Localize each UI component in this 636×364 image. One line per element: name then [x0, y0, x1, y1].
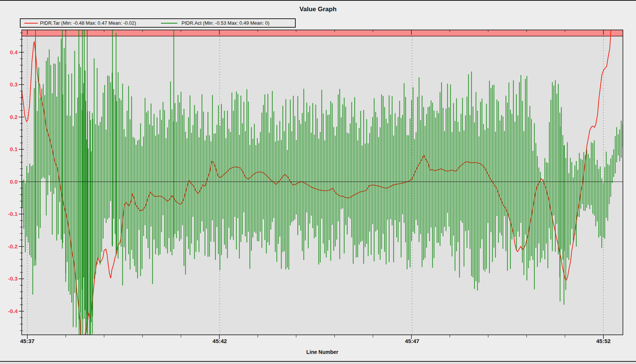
x-tick-label: 45:37: [14, 338, 40, 344]
value-graph-window: Value Graph PIDR.Tar (Min: -0.48 Max: 0.…: [0, 0, 636, 364]
y-tick-label: 0.4: [0, 49, 18, 55]
y-tick-label: -0.4: [0, 308, 18, 314]
y-tick-label: -0.3: [0, 275, 18, 282]
y-tick-label: 0.0: [0, 178, 18, 185]
x-tick-label: 45:47: [399, 338, 425, 344]
window-bottom-strip: [0, 362, 636, 364]
y-tick-label: 0.3: [0, 81, 18, 88]
x-tick-label: 45:42: [207, 338, 233, 344]
limit-band: [22, 30, 623, 36]
x-axis-title: Line Number: [22, 349, 623, 355]
x-tick-label: 45:52: [590, 338, 617, 344]
y-tick-label: -0.2: [0, 243, 18, 250]
plot-canvas[interactable]: [0, 1, 636, 364]
y-tick-label: 0.2: [0, 114, 18, 120]
y-tick-label: 0.1: [0, 146, 18, 152]
y-tick-label: -0.1: [0, 211, 18, 217]
